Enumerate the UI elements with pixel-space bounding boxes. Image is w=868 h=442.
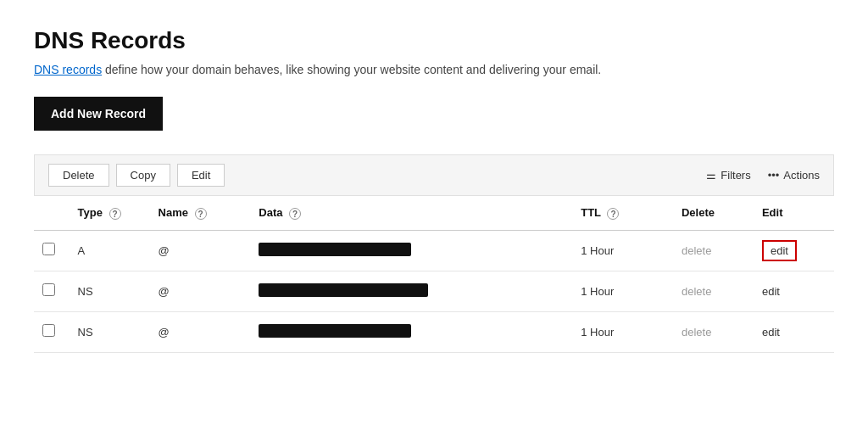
row-checkbox-cell (34, 230, 70, 271)
delete-link-3[interactable]: delete (682, 326, 711, 338)
row-ttl-3: 1 Hour (572, 311, 673, 352)
row-checkbox-cell (34, 271, 70, 311)
row-data-3 (250, 311, 572, 352)
row-type-1: A (70, 230, 150, 271)
row-name-3: @ (150, 311, 251, 352)
redacted-data-1 (259, 243, 411, 256)
delete-link-1[interactable]: delete (682, 244, 711, 257)
row-ttl-1: 1 Hour (572, 230, 673, 271)
ttl-help-icon[interactable]: ? (607, 208, 619, 220)
filter-icon: ⚌ (706, 169, 716, 182)
table-row: NS @ 1 Hour delete edit (34, 271, 834, 311)
row-delete-1: delete (673, 230, 754, 271)
row-edit-2: edit (754, 271, 834, 311)
row-ttl-2: 1 Hour (572, 271, 673, 311)
table-row: NS @ 1 Hour delete edit (34, 311, 834, 352)
header-ttl: TTL ? (572, 196, 673, 230)
toolbar-left-actions: Delete Copy Edit (48, 164, 225, 187)
data-help-icon[interactable]: ? (289, 208, 301, 220)
redacted-data-3 (259, 324, 411, 338)
actions-label: Actions (783, 169, 820, 182)
actions-button[interactable]: ••• Actions (768, 169, 820, 182)
row-type-2: NS (70, 271, 150, 311)
header-type: Type ? (70, 196, 150, 230)
row-type-3: NS (70, 311, 150, 352)
page-title: DNS Records (34, 27, 834, 54)
row-edit-3: edit (754, 311, 834, 352)
redacted-data-2 (259, 283, 428, 297)
row-delete-3: delete (673, 311, 754, 352)
edit-link-1[interactable]: edit (762, 240, 797, 261)
copy-button[interactable]: Copy (116, 164, 170, 187)
row-data-1 (250, 230, 572, 271)
filters-label: Filters (721, 169, 750, 182)
name-help-icon[interactable]: ? (195, 208, 207, 220)
records-toolbar: Delete Copy Edit ⚌ Filters ••• Actions (34, 154, 834, 196)
row-checkbox-3[interactable] (42, 324, 55, 337)
add-new-record-button[interactable]: Add New Record (34, 97, 163, 131)
row-name-2: @ (150, 271, 251, 311)
delete-button[interactable]: Delete (48, 164, 109, 187)
header-delete: Delete (673, 196, 754, 230)
toolbar-right-actions: ⚌ Filters ••• Actions (706, 169, 820, 182)
row-data-2 (250, 271, 572, 311)
row-edit-1: edit (754, 230, 834, 271)
row-name-1: @ (150, 230, 251, 271)
header-edit: Edit (754, 196, 834, 230)
ellipsis-icon: ••• (768, 169, 780, 182)
header-data: Data ? (250, 196, 572, 230)
edit-link-3[interactable]: edit (762, 326, 780, 338)
dns-records-link[interactable]: DNS records (34, 63, 102, 76)
dns-records-table-container: Type ? Name ? Data ? TTL ? Delete Edit A (34, 196, 834, 353)
delete-link-2[interactable]: delete (682, 285, 711, 298)
type-help-icon[interactable]: ? (109, 208, 121, 220)
dns-records-table: Type ? Name ? Data ? TTL ? Delete Edit A (34, 196, 834, 353)
table-header-row: Type ? Name ? Data ? TTL ? Delete Edit (34, 196, 834, 230)
row-checkbox-2[interactable] (42, 283, 55, 296)
table-row: A @ 1 Hour delete edit (34, 230, 834, 271)
page-description: DNS records define how your domain behav… (34, 63, 834, 76)
row-checkbox-1[interactable] (42, 243, 55, 255)
header-checkbox-cell (34, 196, 70, 230)
filters-button[interactable]: ⚌ Filters (706, 169, 750, 182)
row-checkbox-cell (34, 311, 70, 352)
row-delete-2: delete (673, 271, 754, 311)
edit-button[interactable]: Edit (177, 164, 225, 187)
header-name: Name ? (150, 196, 251, 230)
edit-link-2[interactable]: edit (762, 285, 780, 298)
